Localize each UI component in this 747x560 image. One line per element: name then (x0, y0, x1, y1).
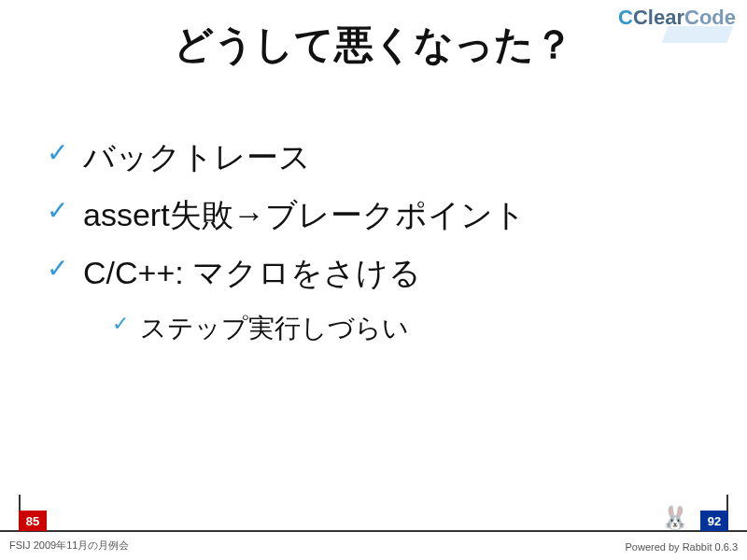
logo-c-icon: C (618, 6, 633, 29)
sub-bullet-item: ✓ ステップ実行しづらい (112, 311, 700, 346)
check-icon: ✓ (112, 311, 129, 338)
rabbit-icon: 🐰 (661, 505, 689, 531)
logo-clear: Clear (633, 6, 684, 29)
footer-event: FSIJ 2009年11月の月例会 (9, 539, 129, 553)
check-icon: ✓ (47, 136, 68, 170)
page-flag-right: 92 (700, 511, 728, 531)
check-icon: ✓ (47, 252, 68, 286)
brand-logo: CClearCode (618, 6, 736, 30)
logo-code: Code (684, 6, 736, 29)
footer-credit: Powered by Rabbit 0.6.3 (626, 541, 738, 553)
page-flag-left: 85 (19, 511, 47, 531)
bullet-text: C/C++: マクロをさける (83, 252, 421, 293)
bullet-text: バックトレース (83, 136, 311, 177)
bullet-item: ✓ バックトレース (47, 136, 700, 177)
bullet-item: ✓ assert失敗→ブレークポイント (47, 194, 700, 235)
sub-bullet-text: ステップ実行しづらい (140, 311, 409, 346)
footer-divider (0, 530, 747, 532)
check-icon: ✓ (47, 194, 68, 228)
bullet-text: assert失敗→ブレークポイント (83, 194, 526, 235)
slide-content: ✓ バックトレース ✓ assert失敗→ブレークポイント ✓ C/C++: マ… (0, 71, 747, 346)
bullet-item: ✓ C/C++: マクロをさける (47, 252, 700, 293)
